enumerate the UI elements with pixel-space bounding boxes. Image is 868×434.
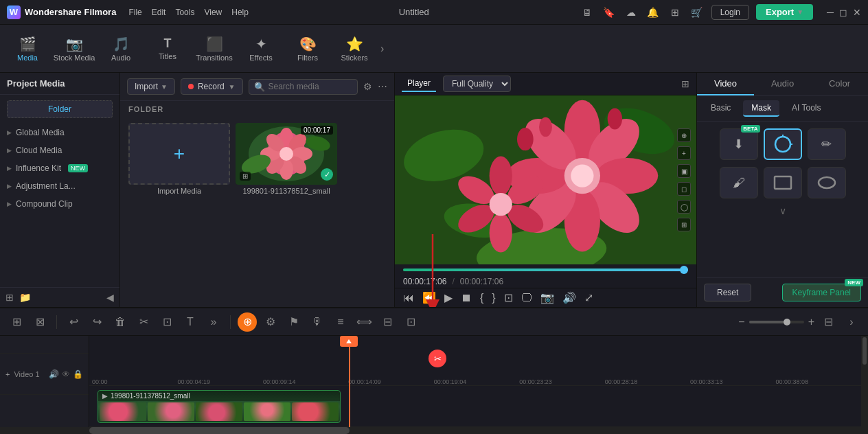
zoom-slider[interactable] xyxy=(749,321,804,323)
quality-select[interactable]: Full Quality xyxy=(443,76,511,92)
video-control-5[interactable]: ◯ xyxy=(677,200,691,214)
menu-tools[interactable]: Tools xyxy=(175,8,194,17)
fullscreen-button[interactable]: ⤢ xyxy=(584,291,593,304)
video-control-3[interactable]: ▣ xyxy=(677,164,691,178)
menu-help[interactable]: Help xyxy=(231,8,249,17)
tab-player[interactable]: Player xyxy=(402,76,436,92)
sub-tab-mask[interactable]: Mask xyxy=(743,100,779,117)
toolbar-filters[interactable]: 🎨 Filters xyxy=(284,27,331,70)
audio-button[interactable]: 🔊 xyxy=(562,291,576,304)
sidebar-item-global-media[interactable]: ▶ Global Media xyxy=(0,124,119,141)
mask-download-button[interactable]: ⬇ BETA xyxy=(720,128,758,160)
overwrite-button[interactable]: 🖵 xyxy=(521,292,532,304)
sidebar-item-compound-clip[interactable]: ▶ Compound Clip xyxy=(0,195,119,213)
audio-record-button[interactable]: 🎙 xyxy=(308,312,327,332)
video-media-thumb[interactable]: 00:00:17 ✓ ⊞ xyxy=(236,123,337,185)
expand-icon[interactable]: ∨ xyxy=(779,205,786,216)
sub-tab-basic[interactable]: Basic xyxy=(703,100,739,117)
text-button[interactable]: T xyxy=(181,312,200,332)
toolbar-stock-media[interactable]: 📷 Stock Media xyxy=(51,27,98,70)
marker-button[interactable]: ⚑ xyxy=(284,312,304,332)
sub-tab-ai-tools[interactable]: AI Tools xyxy=(784,100,829,117)
login-button[interactable]: Login xyxy=(711,5,749,20)
sidebar-item-adjustment[interactable]: ▶ Adjustment La... xyxy=(0,177,119,195)
collapse-panel-button[interactable]: ◀ xyxy=(106,292,114,303)
cut-button[interactable]: ✂ xyxy=(134,312,153,332)
video-media-item[interactable]: 00:00:17 ✓ ⊞ 199801-911378512_small xyxy=(236,123,337,301)
mask-rect-button[interactable] xyxy=(764,167,802,198)
import-media-item[interactable]: + Import Media xyxy=(128,123,230,301)
track-eye-icon[interactable]: 👁 xyxy=(62,369,70,379)
video-clip[interactable]: ▶ 199801-911378512_small xyxy=(98,390,341,423)
undo-button[interactable]: ↩ xyxy=(64,312,83,332)
video-control-4[interactable]: ◻ xyxy=(677,182,691,196)
insert-button[interactable]: ⊡ xyxy=(504,291,513,304)
apps-icon[interactable]: ⊞ xyxy=(667,5,683,20)
close-button[interactable]: ✕ xyxy=(853,7,861,18)
folder-button[interactable]: Folder xyxy=(7,100,113,118)
tab-video[interactable]: Video xyxy=(697,73,754,95)
tab-audio[interactable]: Audio xyxy=(754,73,811,95)
cloud-upload-icon[interactable]: ☁ xyxy=(624,5,639,20)
layout-button[interactable]: ⊟ xyxy=(819,312,838,332)
expand-button[interactable]: › xyxy=(842,312,861,332)
delete-button[interactable]: 🗑 xyxy=(111,312,130,332)
monitor-icon[interactable]: 🖥 xyxy=(580,5,595,20)
filter-icon[interactable]: ⚙ xyxy=(363,81,372,92)
keyframe-panel-button[interactable]: Keyframe Panel NEW xyxy=(782,284,861,301)
timeline-scrollbar[interactable] xyxy=(861,336,868,427)
toolbar-expand-button[interactable]: › xyxy=(378,43,387,55)
toolbar-media[interactable]: 🎬 Media xyxy=(4,27,51,70)
video-control-2[interactable]: + xyxy=(677,146,691,160)
storyboard-button[interactable]: ⊟ xyxy=(378,312,397,332)
scene-detect-button[interactable]: ⊠ xyxy=(30,312,49,332)
add-bin-icon[interactable]: ⊞ xyxy=(5,292,14,303)
search-input[interactable] xyxy=(269,82,352,91)
more-tools-button[interactable]: » xyxy=(204,312,223,332)
video-control-1[interactable]: ⊕ xyxy=(677,128,691,142)
add-track-button[interactable]: ⊞ xyxy=(7,312,26,332)
sidebar-item-influence-kit[interactable]: ▶ Influence Kit NEW xyxy=(0,159,119,177)
import-button[interactable]: Import ▼ xyxy=(127,78,175,95)
cart-icon[interactable]: 🛒 xyxy=(689,5,705,20)
more-options-icon[interactable]: ⋯ xyxy=(378,81,387,92)
track-add-icon[interactable]: + xyxy=(5,370,10,378)
record-button[interactable]: Record ▼ xyxy=(181,78,243,95)
toolbar-titles[interactable]: T Titles xyxy=(144,27,191,70)
prev-frame-button[interactable]: ⏮ xyxy=(403,292,414,304)
bell-icon[interactable]: 🔔 xyxy=(646,5,661,20)
toolbar-transitions[interactable]: ⬛ Transitions xyxy=(191,27,238,70)
mask-pen-button[interactable]: ✏ xyxy=(808,128,846,160)
step-back-button[interactable]: ⏪ xyxy=(422,291,436,304)
toolbar-effects[interactable]: ✦ Effects xyxy=(238,27,284,70)
crop-button[interactable]: ⊡ xyxy=(157,312,176,332)
track-lock-icon[interactable]: 🔒 xyxy=(73,369,83,379)
ripple-button[interactable]: ⟺ xyxy=(354,312,374,332)
video-control-6[interactable]: ⊞ xyxy=(677,218,691,231)
progress-bar[interactable] xyxy=(403,269,688,271)
mask-brush-button[interactable]: 🖌 xyxy=(720,167,758,198)
menu-view[interactable]: View xyxy=(204,8,222,17)
settings-button[interactable]: ⚙ xyxy=(261,312,280,332)
zoom-in-button[interactable]: + xyxy=(808,316,814,328)
add-folder-icon[interactable]: 📁 xyxy=(19,292,31,303)
motion-track-button[interactable]: ⊡ xyxy=(401,312,420,332)
search-bar[interactable]: 🔍 xyxy=(249,79,358,95)
toolbar-stickers[interactable]: ⭐ Stickers xyxy=(331,27,378,70)
export-button[interactable]: Export ▼ xyxy=(756,4,813,20)
stop-button[interactable]: ⏹ xyxy=(461,292,472,304)
mark-out-button[interactable]: } xyxy=(492,292,495,304)
redo-button[interactable]: ↪ xyxy=(87,312,106,332)
captions-button[interactable]: ≡ xyxy=(331,312,350,332)
tab-color[interactable]: Color xyxy=(811,73,868,95)
menu-file[interactable]: File xyxy=(128,8,141,17)
menu-edit[interactable]: Edit xyxy=(152,8,166,17)
bookmark-icon[interactable]: 🔖 xyxy=(602,5,617,20)
mask-circle-button[interactable] xyxy=(764,128,802,160)
maximize-button[interactable]: ◻ xyxy=(839,7,847,18)
playhead-button[interactable]: ⊕ xyxy=(238,312,257,332)
toolbar-audio[interactable]: 🎵 Audio xyxy=(98,27,144,70)
timeline-horizontal-scrollbar[interactable] xyxy=(0,427,868,434)
player-settings-icon[interactable]: ⊞ xyxy=(681,78,689,89)
sidebar-item-cloud-media[interactable]: ▶ Cloud Media xyxy=(0,141,119,159)
